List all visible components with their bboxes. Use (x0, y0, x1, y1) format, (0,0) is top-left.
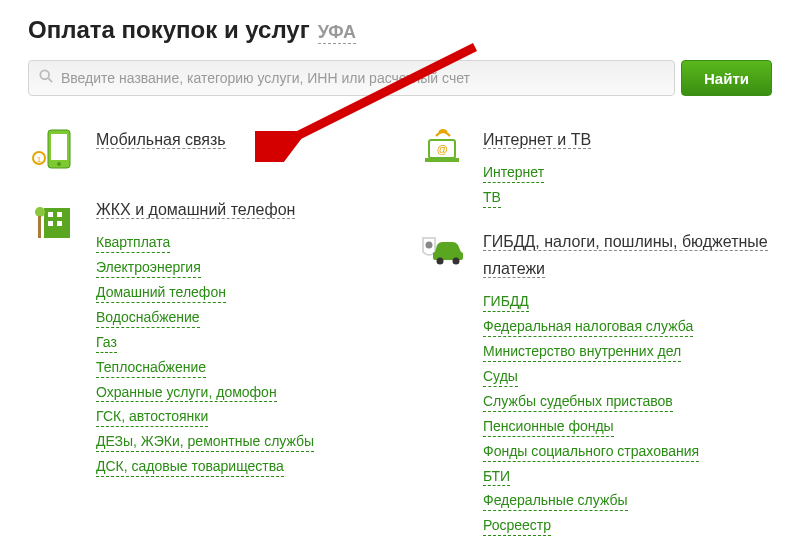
sublink[interactable]: Росреестр (483, 516, 551, 536)
page-header: Оплата покупок и услуг УФА (28, 16, 772, 44)
svg-point-20 (453, 257, 460, 264)
sublink[interactable]: Домашний телефон (96, 283, 226, 303)
search-button[interactable]: Найти (681, 60, 772, 96)
svg-rect-16 (425, 158, 459, 162)
svg-point-12 (35, 207, 45, 217)
building-icon (28, 196, 82, 477)
search-icon (39, 69, 53, 87)
sublink[interactable]: ТВ (483, 188, 501, 208)
sublink[interactable]: ДЕЗы, ЖЭКи, ремонтные службы (96, 432, 314, 452)
laptop-icon: @ (415, 126, 469, 208)
sublink[interactable]: Федеральная налоговая служба (483, 317, 693, 337)
sublist-utilities: Квартплата Электроэнергия Домашний телеф… (96, 233, 385, 477)
sublist-internet: Интернет ТВ (483, 163, 772, 208)
category-title-internet[interactable]: Интернет и ТВ (483, 131, 591, 149)
svg-rect-10 (48, 221, 53, 226)
left-column: 1 Мобильная связь (28, 126, 385, 544)
sublink[interactable]: ГСК, автостоянки (96, 407, 208, 427)
sublink[interactable]: Федеральные службы (483, 491, 628, 511)
car-shield-icon (415, 228, 469, 536)
category-title-mobile[interactable]: Мобильная связь (96, 131, 226, 149)
category-mobile: 1 Мобильная связь (28, 126, 385, 176)
sublink[interactable]: Суды (483, 367, 518, 387)
search-box[interactable] (28, 60, 675, 96)
category-utilities: ЖКХ и домашний телефон Квартплата Электр… (28, 196, 385, 477)
category-title-utilities[interactable]: ЖКХ и домашний телефон (96, 201, 295, 219)
sublink[interactable]: ГИБДД (483, 292, 529, 312)
category-internet: @ Интернет и ТВ Интернет ТВ (415, 126, 772, 208)
sublink[interactable]: Водоснабжение (96, 308, 200, 328)
right-column: @ Интернет и ТВ Интернет ТВ (415, 126, 772, 544)
svg-point-4 (57, 162, 61, 166)
sublink[interactable]: Министерство внутренних дел (483, 342, 681, 362)
svg-rect-9 (57, 212, 62, 217)
svg-point-0 (40, 70, 49, 79)
sublink[interactable]: Фонды социального страхования (483, 442, 699, 462)
search-row: Найти (28, 60, 772, 96)
svg-line-1 (48, 78, 52, 82)
sublink[interactable]: Электроэнергия (96, 258, 201, 278)
sublink[interactable]: Теплоснабжение (96, 358, 206, 378)
svg-rect-3 (51, 134, 67, 160)
sublink[interactable]: Службы судебных приставов (483, 392, 673, 412)
category-gov: ГИБДД, налоги, пошлины, бюджетные платеж… (415, 228, 772, 536)
svg-text:1: 1 (37, 155, 42, 164)
categories-grid: 1 Мобильная связь (28, 126, 772, 544)
sublist-gov: ГИБДД Федеральная налоговая служба Минис… (483, 292, 772, 536)
svg-rect-8 (48, 212, 53, 217)
svg-rect-11 (57, 221, 62, 226)
category-title-gov[interactable]: ГИБДД, налоги, пошлины, бюджетные платеж… (483, 233, 768, 278)
sublink[interactable]: Интернет (483, 163, 544, 183)
sublink[interactable]: ДСК, садовые товарищества (96, 457, 284, 477)
sublink[interactable]: БТИ (483, 467, 510, 487)
city-selector[interactable]: УФА (318, 22, 356, 44)
search-input[interactable] (61, 70, 664, 86)
sublink[interactable]: Газ (96, 333, 117, 353)
phone-icon: 1 (28, 126, 82, 176)
page-title: Оплата покупок и услуг (28, 16, 310, 44)
sublink[interactable]: Пенсионные фонды (483, 417, 614, 437)
svg-point-17 (426, 241, 433, 248)
svg-text:@: @ (436, 143, 447, 155)
sublink[interactable]: Охранные услуги, домофон (96, 383, 277, 403)
svg-rect-13 (38, 216, 41, 238)
sublink[interactable]: Квартплата (96, 233, 170, 253)
svg-point-19 (437, 257, 444, 264)
